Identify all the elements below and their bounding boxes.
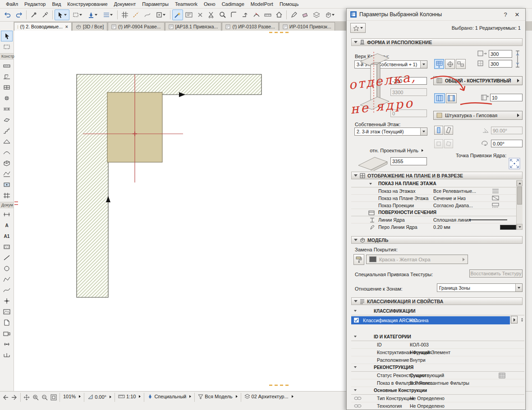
fillet-icon[interactable]	[229, 9, 239, 20]
zone-tool[interactable]	[1, 179, 13, 190]
zoom-tool-icon[interactable]	[217, 9, 228, 20]
property-row[interactable]: Технология Не Определено	[351, 402, 524, 410]
tab-layout-4[interactable]: ИР-0104 Привязк...	[279, 22, 335, 31]
pen-color-swatch[interactable]	[500, 225, 516, 230]
section-header-display[interactable]: ОТОБРАЖЕНИЕ НА ПЛАНЕ И В РАЗРЕЗЕ	[351, 172, 523, 179]
beam-tool[interactable]	[1, 104, 13, 114]
drawing-tool[interactable]	[1, 317, 13, 328]
display-subheader[interactable]: ПОВЕРХНОСТИ СЕЧЕНИЯ	[351, 209, 523, 216]
structure-filter-control[interactable]: Вся Модель	[196, 393, 239, 400]
property-row[interactable]: Статус Реконструкции Существующий	[351, 372, 524, 379]
fill-tool[interactable]	[1, 241, 13, 252]
display-row[interactable]: Показ на Этажах Все Релевантные...	[351, 187, 523, 195]
close-button[interactable]: ✕	[513, 11, 522, 18]
core-toggle[interactable]	[434, 93, 445, 103]
line-type-button[interactable]	[101, 9, 115, 20]
drawing-canvas[interactable]	[14, 30, 346, 391]
back-icon[interactable]	[1, 393, 10, 402]
eraser-icon[interactable]	[300, 9, 311, 20]
display-list-scrollbar[interactable]	[516, 180, 523, 230]
menu-edit[interactable]: Редактор	[21, 0, 49, 8]
tab-close-icon[interactable]: ×	[64, 24, 68, 29]
inject-parameters-icon[interactable]	[40, 9, 50, 20]
measure-icon[interactable]	[262, 9, 273, 20]
projection-icon[interactable]	[492, 202, 499, 208]
spline-tool[interactable]	[1, 285, 13, 296]
marquee-tool-button[interactable]	[70, 9, 85, 20]
rotation-angle-field[interactable]	[491, 140, 523, 147]
circle-tool[interactable]	[1, 263, 13, 274]
classification-scroll[interactable]	[520, 316, 524, 324]
menu-file[interactable]: Файл	[3, 0, 21, 8]
stair-tool[interactable]	[1, 125, 13, 136]
property-row[interactable]: Конструктивная Функция Несущий Элемент	[351, 349, 524, 356]
marquee-tool[interactable]	[1, 41, 13, 52]
elevation-reference[interactable]: отн. Проектный Нуль	[365, 148, 423, 153]
zone-relation-select[interactable]: Граница Зоны	[437, 283, 523, 292]
property-row[interactable]: Показ в Фильтре Реконс... Все Релевантны…	[351, 379, 524, 387]
menu-view[interactable]: Вид	[49, 0, 64, 8]
tab-layout-3[interactable]: (!) ИР-0103 Разве...	[222, 22, 278, 31]
display-row[interactable]: Линии Ядра Сплошная линия	[351, 216, 523, 223]
redo-icon[interactable]	[14, 9, 24, 20]
cut-fill-icon[interactable]	[492, 195, 499, 201]
column-tool[interactable]	[1, 93, 13, 104]
adjust-icon[interactable]	[240, 9, 251, 20]
stories-icon[interactable]	[492, 188, 499, 194]
section-header-classification[interactable]: КЛАССИФИКАЦИЯ И СВОЙСТВА	[351, 297, 523, 305]
arrow-tool-button[interactable]	[55, 9, 69, 20]
classification-checkbox[interactable]	[354, 318, 359, 323]
toolbox-group-design[interactable]: Констр	[0, 53, 14, 59]
top-stories-toggle[interactable]	[456, 59, 466, 69]
camera-tool[interactable]	[1, 328, 13, 339]
elevation-tool[interactable]	[1, 350, 13, 360]
morph-tool[interactable]	[1, 158, 13, 169]
classification-row[interactable]: Классификация ARCHIC... Колонна	[351, 316, 510, 324]
pen-set-control[interactable]: Специальный	[146, 393, 193, 400]
forward-icon[interactable]	[10, 393, 19, 402]
home-story-select[interactable]: 2. 3-й этаж (Текущий)	[354, 128, 427, 136]
bottom-elevation-field[interactable]	[390, 157, 427, 165]
tab-layout-2[interactable]: [АР18.1 Привязка...	[165, 22, 222, 31]
text-tool[interactable]: A	[1, 220, 13, 231]
layers-toolbar-icon[interactable]	[311, 9, 322, 20]
label-tool[interactable]: A1	[1, 231, 13, 241]
home-story-icon[interactable]	[274, 9, 284, 20]
guide-lines-icon[interactable]	[131, 9, 142, 20]
id-categories-subheader[interactable]: ID И КАТЕГОРИИ	[351, 333, 524, 341]
pan-icon[interactable]	[22, 393, 31, 402]
classification-picker-button[interactable]	[511, 316, 518, 323]
magic-wand-icon[interactable]	[172, 9, 183, 20]
shell-tool[interactable]	[1, 147, 13, 158]
dimension-tool[interactable]	[1, 209, 13, 220]
top-fixed-toggle[interactable]	[445, 59, 455, 69]
basic-structures-subheader[interactable]: Основные Конструкции	[351, 387, 524, 395]
section-tool[interactable]	[1, 339, 13, 350]
layer-control[interactable]: 02 Архитектур...	[243, 393, 295, 400]
coordinates-icon[interactable]	[183, 9, 194, 20]
core-anchor-selector[interactable]	[508, 157, 521, 170]
hotspot-tool[interactable]	[1, 296, 13, 306]
renovation-icon[interactable]	[499, 373, 505, 378]
orientation-control[interactable]: 0.00°	[86, 393, 113, 401]
grid-tool[interactable]	[1, 190, 13, 201]
renovation-subheader[interactable]: РЕКОНСТРУКЦИЯ	[351, 364, 524, 372]
display-row[interactable]: Показ Проекции Согласно Диапа...	[351, 202, 523, 209]
favorites-button[interactable]	[350, 23, 366, 33]
top-linked-toggle[interactable]	[434, 59, 444, 69]
section-header-model[interactable]: МОДЕЛЬ	[351, 236, 523, 244]
display-subheader[interactable]: ПОКАЗ НА ПЛАНЕ ЭТАЖА	[351, 180, 523, 187]
zoom-out-icon[interactable]	[40, 393, 49, 402]
property-row[interactable]: Расположение Внутри	[351, 356, 524, 364]
fit-in-window-icon[interactable]	[49, 393, 58, 402]
tab-floor-plan[interactable]: (!) 2. Возводимые... ×	[14, 22, 72, 31]
menu-design[interactable]: Конструирование	[64, 0, 110, 8]
annotate-icon[interactable]	[289, 9, 299, 20]
wall-tool[interactable]	[1, 60, 13, 71]
classifications-subheader[interactable]: КЛАССИФИКАЦИИ	[351, 308, 524, 315]
display-row[interactable]: Показ на Плане Этажа Сечение и Низ	[351, 195, 523, 202]
veneer-toggle[interactable]	[446, 93, 457, 103]
pen-color-button[interactable]	[85, 9, 100, 20]
core-depth-field[interactable]	[489, 60, 512, 68]
top-offset-field[interactable]	[390, 77, 427, 85]
